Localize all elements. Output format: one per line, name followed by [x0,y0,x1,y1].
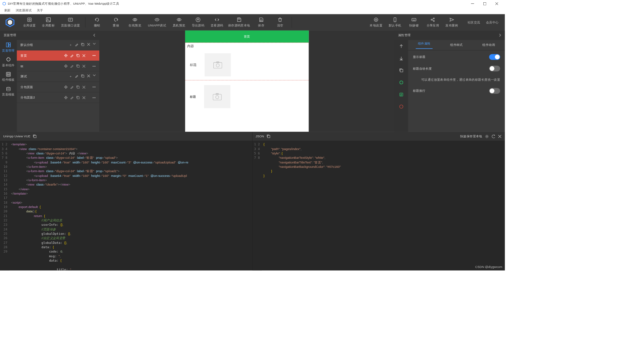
move-icon[interactable] [64,54,67,57]
chevron-down-icon[interactable] [93,74,96,79]
prop-tab-0[interactable]: 组件属性 [416,41,433,49]
form-item[interactable]: 标题 [185,80,309,113]
more-icon[interactable]: ••• [92,85,96,89]
gear-icon[interactable] [485,134,489,138]
copy-icon[interactable] [76,85,79,89]
left-tab-tmpl[interactable]: 组件模板 [0,69,17,84]
delete-icon[interactable] [87,74,90,79]
svg-rect-12 [260,20,262,21]
svg-point-7 [134,19,136,20]
property-tabs: 组件属性组件样式组件动画 [408,40,505,50]
toolbar-device[interactable]: 真机预览 [170,14,189,30]
minimize-button[interactable] [467,0,479,7]
edit-icon[interactable] [75,74,78,79]
page-item[interactable]: 首页 ••• [17,51,99,61]
list-icon[interactable] [399,92,404,97]
left-tab-comps[interactable]: 基本组件 [0,55,17,69]
quick-save-label[interactable]: 快速保存至本地 [460,134,482,138]
edit-icon[interactable] [70,85,73,89]
toolbar-save[interactable]: 保存 [252,14,270,30]
toggle-title-wrap[interactable] [489,88,500,94]
code-editor-left[interactable]: <template> <view class="container contai… [9,141,252,270]
page-item[interactable]: 分包页面2 ••• [17,92,99,103]
puzzle-icon[interactable] [399,80,404,85]
maximize-button[interactable] [479,0,491,7]
form-item[interactable]: 标题 [185,50,309,80]
warning-icon[interactable] [399,104,404,109]
more-icon[interactable]: ••• [92,64,96,68]
delete-icon[interactable] [82,85,85,88]
item-title: 标题 [190,94,196,99]
menu-0[interactable]: 刷新 [2,8,13,13]
page-item[interactable]: 分包页面 ••• [17,82,99,92]
toolbar-link-1[interactable]: 会员中心 [486,20,499,24]
delete-icon[interactable] [82,54,85,57]
code-editor-right[interactable]: { "path": "pages/index", "style": { "nav… [262,141,505,270]
toolbar-uniapp[interactable]: UNIAPP调试 [144,14,169,30]
move-icon[interactable] [64,96,67,99]
more-icon[interactable]: ••• [92,96,96,99]
collapse-right-icon[interactable] [498,33,501,37]
edit-icon[interactable] [70,54,73,57]
page-group[interactable]: 默认分组＋ [17,40,99,50]
toolbar-share[interactable]: 分享应用 [423,14,442,30]
toolbar-api[interactable]: 页面接口设置 [58,14,83,30]
toolbar-redo[interactable]: 重做 [107,14,125,30]
toolbar-savelocal[interactable]: 保存源码至本地 [226,14,252,30]
close-panel-icon[interactable] [498,135,501,138]
svg-rect-36 [213,94,221,100]
toolbar-publish[interactable]: 发布案例 [442,14,461,30]
upload-placeholder[interactable] [205,53,231,76]
move-down-icon[interactable] [399,56,404,61]
copy-code-icon[interactable] [33,134,37,138]
move-up-icon[interactable] [399,44,404,49]
selected-section[interactable]: 内容 标题 [185,43,309,80]
collapse-left-icon[interactable] [93,33,96,37]
toggle-show-title[interactable] [489,54,500,60]
svg-rect-31 [77,86,79,88]
toggle-auto-length[interactable] [489,66,500,71]
upload-placeholder[interactable] [204,85,230,108]
copy-icon[interactable] [81,74,84,79]
copy-json-icon[interactable] [267,134,270,138]
prop-tab-1[interactable]: 组件样式 [448,43,465,47]
toolbar-shortcut[interactable]: 快捷键 [405,14,423,30]
toolbar-icons[interactable]: 全局图标 [39,14,58,30]
left-tab-pages[interactable]: 页面管理 [0,40,17,55]
chevron-down-icon[interactable] [93,43,96,47]
add-icon[interactable]: ＋ [69,74,72,79]
copy-icon[interactable] [76,64,79,68]
more-icon[interactable]: ••• [92,54,96,57]
copy-icon[interactable] [81,43,84,47]
toolbar-export[interactable]: 导出源码 [189,14,207,30]
delete-icon[interactable] [82,96,85,99]
toolbar-phone[interactable]: 默认手机 [385,14,404,30]
left-tab-pagetmpl[interactable]: 页面模板 [0,84,17,99]
svg-point-34 [216,64,219,67]
move-icon[interactable] [64,85,67,89]
edit-icon[interactable] [70,96,73,99]
page-item[interactable]: ttt ••• [17,61,99,71]
toolbar-undo[interactable]: 撤销 [88,14,106,30]
prop-tab-2[interactable]: 组件动画 [480,43,497,47]
copy-icon[interactable] [76,54,79,57]
copy-icon[interactable] [76,96,79,99]
add-icon[interactable]: ＋ [69,43,72,47]
toolbar-viewsrc[interactable]: 查看源码 [208,14,226,30]
toolbar-local[interactable]: 本地设置 [367,14,385,30]
page-group[interactable]: 测试＋ [17,71,99,82]
toolbar-preview[interactable]: 在线预览 [125,14,144,30]
toolbar-global[interactable]: 全局设置 [20,14,39,30]
edit-icon[interactable] [70,64,73,68]
close-button[interactable] [491,0,503,7]
move-icon[interactable] [64,64,67,68]
menu-1[interactable]: 浏览器调试 [13,8,34,13]
menu-2[interactable]: 关于 [34,8,46,13]
refresh-icon[interactable] [491,134,495,138]
toolbar-clear[interactable]: 清空 [271,14,289,30]
delete-icon[interactable] [82,64,85,67]
delete-icon[interactable] [87,43,90,47]
copy-icon[interactable] [399,68,404,73]
edit-icon[interactable] [75,43,78,47]
toolbar-link-0[interactable]: 社区交流 [468,20,480,24]
